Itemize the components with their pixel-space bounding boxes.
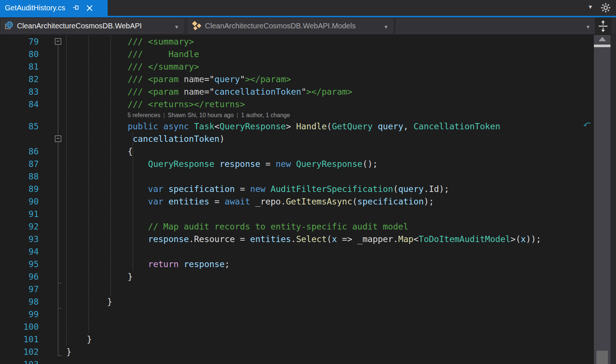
code-text: QueryResponse response = new QueryRespon…	[66, 158, 378, 170]
code-text: }	[66, 270, 133, 283]
line-number: 88	[0, 170, 39, 183]
line-number: 84	[0, 98, 39, 111]
code-text: /// <param name="query"></param>	[66, 73, 291, 85]
member-dropdown[interactable]: ▼	[397, 19, 595, 33]
tab-title: GetAuditHistory.cs	[0, 4, 65, 12]
word-wrap-arrow-icon	[583, 122, 592, 130]
code-line[interactable]: 103	[0, 358, 592, 364]
code-text: cancellationToken)	[66, 133, 225, 145]
outlining-end-tick	[58, 308, 61, 308]
project-dropdown[interactable]: CleanArchitectureCosmosDB.WebAPI ▼	[1, 19, 183, 33]
outlining-end-corner	[58, 356, 62, 356]
gear-icon[interactable]	[601, 3, 610, 13]
code-line-wrap[interactable]: cancellationToken)	[0, 133, 592, 145]
line-number: 102	[0, 346, 39, 358]
code-text: /// </summary>	[66, 60, 199, 73]
line-number: 90	[0, 195, 39, 208]
project-dropdown-value: CleanArchitectureCosmosDB.WebAPI	[17, 22, 142, 30]
code-text: return response;	[66, 258, 230, 270]
code-text: }	[66, 333, 92, 346]
code-line[interactable]: 100	[0, 321, 592, 333]
code-line[interactable]: 88	[0, 170, 592, 183]
scrollbar-thumb[interactable]	[594, 45, 610, 47]
line-number: 94	[0, 245, 39, 258]
line-number: 91	[0, 208, 39, 220]
fold-collapse-box[interactable]: −	[55, 136, 61, 142]
codelens-info: 5 references|Shawn Shi, 10 hours ago|1 a…	[128, 111, 290, 120]
editor-right-margin	[610, 35, 616, 364]
document-list-chevron-icon[interactable]: ▼	[588, 4, 593, 10]
code-line[interactable]: 90 var entities = await _repo.GetItemsAs…	[0, 195, 592, 208]
split-window-icon	[598, 20, 609, 32]
scrollbar-up-arrow-icon[interactable]	[599, 37, 606, 41]
line-number: 100	[0, 321, 39, 333]
indent-guide	[66, 35, 67, 346]
code-text: // Map audit records to entity-specific …	[66, 220, 408, 233]
chevron-down-icon: ▼	[174, 24, 179, 30]
fold-collapse-box[interactable]: −	[55, 38, 61, 45]
codelens-references-link[interactable]: 5 references	[128, 112, 160, 118]
code-line[interactable]: 87 QueryResponse response = new QueryRes…	[0, 158, 592, 170]
code-line[interactable]: 95 return response;	[0, 258, 592, 270]
web-project-globe-icon	[4, 21, 14, 31]
code-text: {	[66, 145, 133, 158]
code-text: /// <summary>	[66, 35, 194, 48]
line-number: 81	[0, 60, 39, 73]
model-class-diamonds-icon	[192, 21, 202, 32]
code-text: }	[66, 295, 112, 308]
code-line[interactable]: 81 /// </summary>	[0, 60, 592, 73]
indent-guide	[88, 35, 89, 333]
tab-bar: GetAuditHistory.cs ▼	[0, 0, 616, 16]
code-line[interactable]: 91	[0, 208, 592, 220]
line-number: 99	[0, 308, 39, 321]
code-text: /// Handle	[66, 48, 199, 60]
code-line[interactable]: 86 {	[0, 145, 592, 158]
code-text: /// <returns></returns>	[66, 98, 245, 111]
line-number: 83	[0, 85, 39, 98]
code-line[interactable]: 79 /// <summary>	[0, 35, 592, 48]
split-window-button[interactable]	[595, 17, 611, 35]
line-number: 97	[0, 283, 39, 295]
pin-icon[interactable]	[72, 4, 80, 12]
indent-guide	[111, 35, 111, 295]
code-line[interactable]: 85 public async Task<QueryResponse> Hand…	[0, 120, 592, 133]
code-line[interactable]: 84 /// <returns></returns>	[0, 98, 592, 111]
code-line[interactable]: 94	[0, 245, 592, 258]
code-line[interactable]: 98 }	[0, 295, 592, 308]
type-dropdown[interactable]: CleanArchitectureCosmosDB.WebAPI.Models …	[188, 19, 393, 33]
code-line[interactable]: 93 response.Resource = entities.Select(x…	[0, 233, 592, 245]
line-number: 85	[0, 120, 39, 133]
codelens-row: 5 references|Shawn Shi, 10 hours ago|1 a…	[0, 111, 592, 120]
line-number: 103	[0, 358, 39, 364]
code-line[interactable]: 97	[0, 283, 592, 295]
line-number: 96	[0, 270, 39, 283]
code-line[interactable]: 101 }	[0, 333, 592, 346]
line-number: 101	[0, 333, 39, 346]
code-line[interactable]: 80 /// Handle	[0, 48, 592, 60]
line-number: 95	[0, 258, 39, 270]
code-line[interactable]: 96 }	[0, 270, 592, 283]
line-number: 92	[0, 220, 39, 233]
code-text: /// <param name="cancellationToken"></pa…	[66, 85, 352, 98]
close-icon[interactable]	[86, 4, 93, 12]
type-dropdown-value: CleanArchitectureCosmosDB.WebAPI.Models	[205, 22, 356, 30]
code-line[interactable]: 92 // Map audit records to entity-specif…	[0, 220, 592, 233]
code-text: var entities = await _repo.GetItemsAsync…	[66, 195, 434, 208]
line-number: 86	[0, 145, 39, 158]
code-editor[interactable]: 79 /// <summary>80 /// Handle81 /// </su…	[0, 35, 594, 364]
code-line[interactable]: 102}	[0, 346, 592, 358]
indent-guide	[133, 133, 133, 270]
outlining-line	[58, 45, 58, 356]
code-text: var specification = new AuditFilterSpeci…	[66, 183, 449, 195]
outlining-end-tick	[58, 283, 61, 283]
scrollbar-bottom-thumb[interactable]	[596, 351, 608, 364]
code-text: response.Resource = entities.Select(x =>…	[66, 233, 541, 245]
code-line[interactable]: 89 var specification = new AuditFilterSp…	[0, 183, 592, 195]
navigation-bar: CleanArchitectureCosmosDB.WebAPI ▼ Clean…	[0, 17, 616, 35]
vertical-scrollbar[interactable]	[594, 35, 610, 364]
tab-getaudithistory[interactable]: GetAuditHistory.cs	[0, 0, 108, 16]
code-line[interactable]: 83 /// <param name="cancellationToken"><…	[0, 85, 592, 98]
chevron-down-icon: ▼	[383, 24, 389, 30]
code-line[interactable]: 99	[0, 308, 592, 321]
code-line[interactable]: 82 /// <param name="query"></param>	[0, 73, 592, 85]
